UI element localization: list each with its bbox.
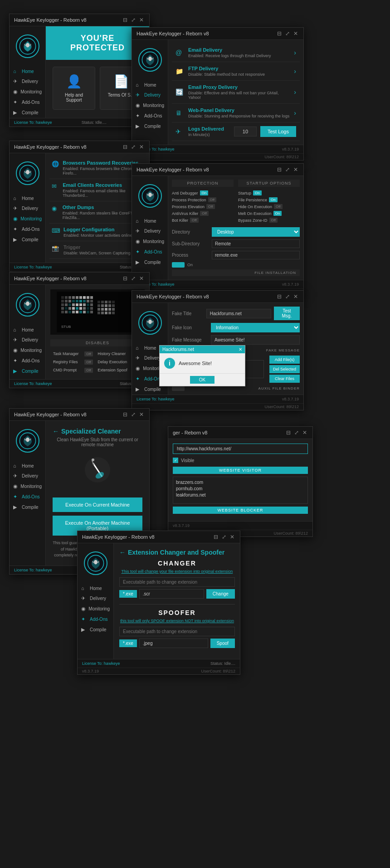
nav-home-7[interactable]: ⌂Home — [10, 461, 45, 471]
maximize-btn-9[interactable]: ⤢ — [221, 534, 227, 540]
nav-home-9[interactable]: ⌂Home — [78, 583, 113, 593]
file-persistence-toggle[interactable]: On — [269, 197, 278, 202]
nav-delivery-4[interactable]: ✈ Delivery — [132, 226, 168, 236]
nav-addons-1[interactable]: ✦ Add-Ons — [10, 97, 45, 107]
maximize-btn-4[interactable]: ⤢ — [284, 166, 291, 173]
nav-addons-9[interactable]: ✦Add-Ons — [78, 614, 113, 624]
nav-addons-5[interactable]: ✦Add-Ons — [10, 356, 45, 366]
nav-addons-7[interactable]: ✦Add-Ons — [10, 492, 45, 502]
maximize-btn-6[interactable]: ⤢ — [284, 293, 291, 300]
dir-select[interactable]: Desktop — [212, 227, 300, 237]
logs-input[interactable] — [234, 127, 257, 137]
close-btn-7[interactable]: ✕ — [138, 411, 145, 418]
nav-monitoring-7[interactable]: ◉Monitoring — [10, 481, 45, 492]
nav-monitoring-5[interactable]: ◉Monitoring — [10, 345, 45, 356]
nav-compile-3[interactable]: ▶ Compile — [10, 234, 45, 245]
spoofer-result-input[interactable] — [139, 639, 208, 648]
nav-home-3[interactable]: ⌂ Home — [10, 193, 45, 203]
close-btn-9[interactable]: ✕ — [229, 534, 235, 540]
nav-addons-3[interactable]: ✦ Add-Ons — [10, 224, 45, 234]
clear-files-btn[interactable]: Clear Files — [269, 375, 300, 383]
fake-icon-select[interactable]: Information — [211, 323, 300, 332]
popup-ok-btn[interactable]: OK — [190, 376, 214, 384]
nav-compile-9[interactable]: ▶Compile — [78, 624, 113, 635]
hide-exec-toggle[interactable]: Off — [274, 204, 283, 209]
close-btn-3[interactable]: ✕ — [138, 144, 145, 150]
delivery-item-email[interactable]: @ Email Delivery Enabled: Receive logs t… — [172, 44, 300, 62]
changer-result-input[interactable] — [139, 589, 204, 599]
del-selected-btn[interactable]: Del Selected — [269, 365, 300, 373]
nav-compile-5[interactable]: ▶Compile — [10, 366, 45, 376]
maximize-btn-3[interactable]: ⤢ — [130, 144, 136, 150]
nav-home-2[interactable]: ⌂ Home — [132, 80, 168, 90]
delivery-item-proxy[interactable]: 🔄 Email Proxy Delivery Disable: Effectiv… — [172, 81, 300, 104]
nav-monitoring-4[interactable]: ◉ Monitoring — [132, 236, 168, 247]
nav-home-5[interactable]: ⌂Home — [10, 325, 45, 335]
help-box[interactable]: 👤 Help and Support — [53, 67, 95, 110]
fake-title-input[interactable] — [206, 309, 271, 318]
fake-msg-input[interactable] — [211, 335, 300, 345]
process-prot-toggle[interactable]: Off — [208, 197, 217, 202]
close-btn-6[interactable]: ✕ — [292, 293, 299, 300]
url-input[interactable] — [173, 444, 308, 454]
minimize-btn-4[interactable]: ⊟ — [276, 166, 283, 173]
nav-delivery-9[interactable]: ✈Delivery — [78, 593, 113, 604]
spoofer-btn[interactable]: Spoof — [210, 639, 235, 648]
nav-compile-1[interactable]: ▶ Compile — [10, 107, 45, 118]
nav-monitoring-3[interactable]: ◉ Monitoring — [10, 214, 45, 224]
nav-delivery-5[interactable]: ✈Delivery — [10, 335, 45, 345]
nav-delivery-2[interactable]: ✈ Delivery — [132, 90, 168, 100]
bypass-zone-toggle[interactable]: Off — [269, 218, 278, 223]
minimize-btn-5[interactable]: ⊟ — [122, 275, 128, 282]
execute-current-btn[interactable]: Execute On Current Machine — [53, 497, 142, 512]
maximize-btn-1[interactable]: ⤢ — [130, 17, 136, 23]
nav-home-1[interactable]: ⌂ Home — [10, 66, 45, 76]
close-btn-5[interactable]: ✕ — [138, 275, 145, 282]
bot-killer-toggle[interactable]: Off — [190, 218, 199, 223]
test-logs-btn[interactable]: Test Logs — [260, 126, 296, 137]
test-msg-button[interactable]: Test Msg. — [274, 307, 300, 320]
file-install-toggle[interactable] — [172, 262, 185, 268]
nav-addons-2[interactable]: ✦ Add-Ons — [132, 111, 168, 121]
minimize-btn-8[interactable]: ⊟ — [285, 429, 292, 436]
nav-compile-2[interactable]: ▶ Compile — [132, 121, 168, 132]
close-btn-2[interactable]: ✕ — [292, 30, 299, 37]
startup-toggle[interactable]: On — [253, 190, 262, 195]
minimize-btn-7[interactable]: ⊟ — [122, 411, 128, 418]
nav-monitoring-2[interactable]: ◉ Monitoring — [132, 100, 168, 111]
nav-addons-4[interactable]: ✦ Add-Ons — [132, 247, 168, 257]
nav-monitoring-1[interactable]: ◉ Monitoring — [10, 87, 45, 97]
changer-btn[interactable]: Change — [206, 589, 235, 599]
anti-debugger-toggle[interactable]: On — [200, 190, 209, 195]
nav-delivery-7[interactable]: ✈Delivery — [10, 471, 45, 481]
maximize-btn-7[interactable]: ⤢ — [130, 411, 136, 418]
visible-checkbox[interactable]: ✓ — [173, 458, 178, 463]
close-btn-4[interactable]: ✕ — [292, 166, 299, 173]
delivery-item-ftp[interactable]: 📁 FTP Delivery Disable: Stable method bu… — [172, 62, 300, 81]
nav-monitoring-9[interactable]: ◉Monitoring — [78, 604, 113, 614]
minimize-btn-2[interactable]: ⊟ — [276, 30, 283, 37]
close-btn-8[interactable]: ✕ — [302, 429, 308, 436]
nav-home-4[interactable]: ⌂ Home — [132, 216, 168, 226]
nav-delivery-1[interactable]: ✈ Delivery — [10, 76, 45, 87]
nav-delivery-3[interactable]: ✈ Delivery — [10, 203, 45, 214]
minimize-btn-3[interactable]: ⊟ — [122, 144, 128, 150]
process-input[interactable] — [212, 251, 300, 259]
add-files-btn[interactable]: Add File(s) — [269, 356, 300, 364]
spoofer-path-input[interactable] — [119, 627, 235, 636]
popup-close[interactable]: ✕ — [239, 347, 242, 352]
subdir-input[interactable] — [212, 239, 300, 248]
minimize-btn-9[interactable]: ⊟ — [213, 534, 219, 540]
back-arrow-icon[interactable]: ← — [53, 428, 59, 435]
delivery-item-webpanel[interactable]: 🖥 Web-Panel Delivery Disable: Stunning a… — [172, 104, 300, 122]
nav-compile-7[interactable]: ▶Compile — [10, 502, 45, 512]
maximize-btn-8[interactable]: ⤢ — [293, 429, 300, 436]
minimize-btn-1[interactable]: ⊟ — [122, 17, 128, 23]
nav-compile-4[interactable]: ▶ Compile — [132, 257, 168, 268]
maximize-btn-2[interactable]: ⤢ — [284, 30, 291, 37]
close-btn-1[interactable]: ✕ — [138, 17, 145, 23]
minimize-btn-6[interactable]: ⊟ — [276, 293, 283, 300]
antivirus-toggle[interactable]: Off — [200, 211, 209, 216]
ext-back-arrow[interactable]: ← — [119, 549, 126, 556]
melt-exec-toggle[interactable]: On — [273, 211, 282, 216]
